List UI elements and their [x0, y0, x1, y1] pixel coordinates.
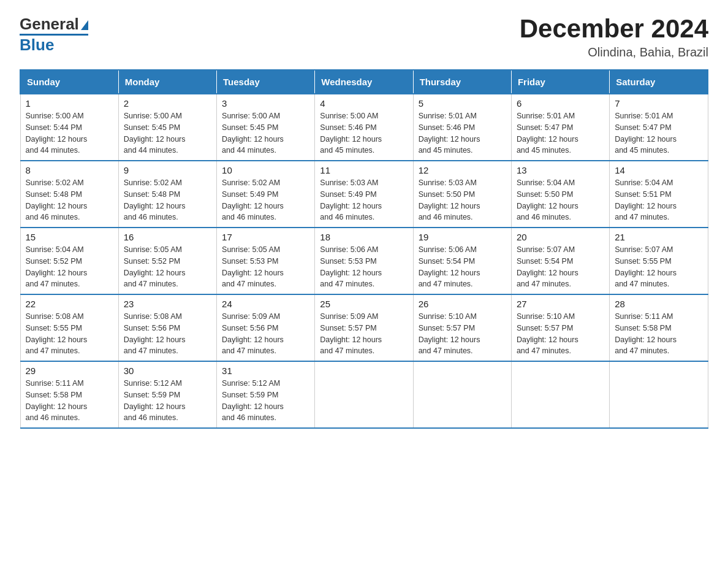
calendar-cell: 21Sunrise: 5:07 AMSunset: 5:55 PMDayligh… — [610, 228, 708, 294]
day-number: 16 — [124, 232, 211, 242]
calendar-cell: 18Sunrise: 5:06 AMSunset: 5:53 PMDayligh… — [315, 228, 413, 294]
calendar-cell: 11Sunrise: 5:03 AMSunset: 5:49 PMDayligh… — [315, 161, 413, 228]
day-number: 29 — [26, 366, 113, 376]
logo-blue-text: Blue — [20, 36, 54, 55]
calendar-cell: 30Sunrise: 5:12 AMSunset: 5:59 PMDayligh… — [118, 361, 216, 428]
day-number: 30 — [124, 366, 211, 376]
page-header: General Blue December 2024 Olindina, Bah… — [20, 15, 708, 59]
day-number: 6 — [517, 98, 604, 109]
day-info: Sunrise: 5:00 AMSunset: 5:44 PMDaylight:… — [26, 110, 113, 156]
day-number: 26 — [419, 299, 506, 309]
day-number: 27 — [517, 299, 604, 309]
calendar-cell: 2Sunrise: 5:00 AMSunset: 5:45 PMDaylight… — [118, 94, 216, 161]
calendar-cell: 29Sunrise: 5:11 AMSunset: 5:58 PMDayligh… — [20, 361, 118, 428]
logo-triangle-icon — [81, 20, 88, 30]
day-info: Sunrise: 5:05 AMSunset: 5:53 PMDaylight:… — [222, 244, 309, 290]
day-number: 3 — [222, 98, 309, 109]
calendar-cell: 17Sunrise: 5:05 AMSunset: 5:53 PMDayligh… — [217, 228, 315, 294]
calendar-cell: 4Sunrise: 5:00 AMSunset: 5:46 PMDaylight… — [315, 94, 413, 161]
calendar-cell: 6Sunrise: 5:01 AMSunset: 5:47 PMDaylight… — [511, 94, 609, 161]
calendar-cell: 31Sunrise: 5:12 AMSunset: 5:59 PMDayligh… — [217, 361, 315, 428]
day-info: Sunrise: 5:10 AMSunset: 5:57 PMDaylight:… — [419, 311, 506, 357]
day-info: Sunrise: 5:04 AMSunset: 5:51 PMDaylight:… — [615, 177, 702, 223]
calendar-cell — [511, 361, 609, 428]
day-number: 28 — [615, 299, 702, 309]
day-number: 7 — [615, 98, 702, 109]
day-number: 24 — [222, 299, 309, 309]
day-number: 2 — [124, 98, 211, 109]
calendar-cell: 1Sunrise: 5:00 AMSunset: 5:44 PMDaylight… — [20, 94, 118, 161]
calendar-day-header: Wednesday — [315, 70, 413, 94]
calendar-cell: 24Sunrise: 5:09 AMSunset: 5:56 PMDayligh… — [217, 294, 315, 361]
day-number: 4 — [320, 98, 408, 109]
day-info: Sunrise: 5:06 AMSunset: 5:54 PMDaylight:… — [419, 244, 506, 290]
day-info: Sunrise: 5:08 AMSunset: 5:55 PMDaylight:… — [26, 311, 113, 357]
calendar-cell: 23Sunrise: 5:08 AMSunset: 5:56 PMDayligh… — [118, 294, 216, 361]
day-info: Sunrise: 5:02 AMSunset: 5:49 PMDaylight:… — [222, 177, 309, 223]
calendar-day-header: Thursday — [413, 70, 511, 94]
calendar-cell: 5Sunrise: 5:01 AMSunset: 5:46 PMDaylight… — [413, 94, 511, 161]
calendar-cell: 22Sunrise: 5:08 AMSunset: 5:55 PMDayligh… — [20, 294, 118, 361]
calendar-day-header: Saturday — [610, 70, 708, 94]
day-info: Sunrise: 5:11 AMSunset: 5:58 PMDaylight:… — [26, 378, 113, 424]
day-info: Sunrise: 5:01 AMSunset: 5:46 PMDaylight:… — [419, 110, 506, 156]
day-info: Sunrise: 5:05 AMSunset: 5:52 PMDaylight:… — [124, 244, 211, 290]
title-block: December 2024 Olindina, Bahia, Brazil — [520, 15, 708, 59]
calendar-day-header: Friday — [511, 70, 609, 94]
calendar-cell — [315, 361, 413, 428]
day-number: 20 — [517, 232, 604, 242]
calendar-cell: 9Sunrise: 5:02 AMSunset: 5:48 PMDaylight… — [118, 161, 216, 228]
day-number: 11 — [320, 165, 408, 175]
day-number: 9 — [124, 165, 211, 175]
logo: General Blue — [20, 15, 88, 55]
day-info: Sunrise: 5:03 AMSunset: 5:49 PMDaylight:… — [320, 177, 408, 223]
day-info: Sunrise: 5:11 AMSunset: 5:58 PMDaylight:… — [615, 311, 702, 357]
calendar-cell: 19Sunrise: 5:06 AMSunset: 5:54 PMDayligh… — [413, 228, 511, 294]
day-info: Sunrise: 5:00 AMSunset: 5:46 PMDaylight:… — [320, 110, 408, 156]
day-info: Sunrise: 5:00 AMSunset: 5:45 PMDaylight:… — [222, 110, 309, 156]
day-info: Sunrise: 5:08 AMSunset: 5:56 PMDaylight:… — [124, 311, 211, 357]
calendar-cell: 14Sunrise: 5:04 AMSunset: 5:51 PMDayligh… — [610, 161, 708, 228]
day-number: 1 — [26, 98, 113, 109]
day-number: 15 — [26, 232, 113, 242]
day-info: Sunrise: 5:04 AMSunset: 5:52 PMDaylight:… — [26, 244, 113, 290]
calendar-cell: 8Sunrise: 5:02 AMSunset: 5:48 PMDaylight… — [20, 161, 118, 228]
day-info: Sunrise: 5:02 AMSunset: 5:48 PMDaylight:… — [124, 177, 211, 223]
day-info: Sunrise: 5:06 AMSunset: 5:53 PMDaylight:… — [320, 244, 408, 290]
calendar-day-header: Sunday — [20, 70, 118, 94]
day-info: Sunrise: 5:07 AMSunset: 5:54 PMDaylight:… — [517, 244, 604, 290]
calendar-cell: 28Sunrise: 5:11 AMSunset: 5:58 PMDayligh… — [610, 294, 708, 361]
calendar-cell: 15Sunrise: 5:04 AMSunset: 5:52 PMDayligh… — [20, 228, 118, 294]
day-number: 23 — [124, 299, 211, 309]
day-number: 17 — [222, 232, 309, 242]
calendar-cell: 12Sunrise: 5:03 AMSunset: 5:50 PMDayligh… — [413, 161, 511, 228]
day-number: 22 — [26, 299, 113, 309]
day-info: Sunrise: 5:12 AMSunset: 5:59 PMDaylight:… — [222, 378, 309, 424]
day-number: 8 — [26, 165, 113, 175]
calendar-day-header: Tuesday — [217, 70, 315, 94]
day-number: 31 — [222, 366, 309, 376]
day-number: 25 — [320, 299, 408, 309]
day-info: Sunrise: 5:07 AMSunset: 5:55 PMDaylight:… — [615, 244, 702, 290]
calendar-cell: 25Sunrise: 5:09 AMSunset: 5:57 PMDayligh… — [315, 294, 413, 361]
calendar-day-header: Monday — [118, 70, 216, 94]
day-info: Sunrise: 5:09 AMSunset: 5:57 PMDaylight:… — [320, 311, 408, 357]
subtitle: Olindina, Bahia, Brazil — [520, 45, 708, 59]
day-info: Sunrise: 5:04 AMSunset: 5:50 PMDaylight:… — [517, 177, 604, 223]
logo-general-text: General — [20, 15, 79, 34]
day-number: 18 — [320, 232, 408, 242]
day-info: Sunrise: 5:02 AMSunset: 5:48 PMDaylight:… — [26, 177, 113, 223]
day-info: Sunrise: 5:10 AMSunset: 5:57 PMDaylight:… — [517, 311, 604, 357]
calendar-cell: 20Sunrise: 5:07 AMSunset: 5:54 PMDayligh… — [511, 228, 609, 294]
day-info: Sunrise: 5:12 AMSunset: 5:59 PMDaylight:… — [124, 378, 211, 424]
day-number: 13 — [517, 165, 604, 175]
calendar-cell — [413, 361, 511, 428]
calendar-table: SundayMondayTuesdayWednesdayThursdayFrid… — [20, 69, 708, 429]
day-info: Sunrise: 5:00 AMSunset: 5:45 PMDaylight:… — [124, 110, 211, 156]
calendar-cell — [610, 361, 708, 428]
day-number: 19 — [419, 232, 506, 242]
calendar-cell: 3Sunrise: 5:00 AMSunset: 5:45 PMDaylight… — [217, 94, 315, 161]
calendar-cell: 13Sunrise: 5:04 AMSunset: 5:50 PMDayligh… — [511, 161, 609, 228]
day-number: 21 — [615, 232, 702, 242]
calendar-cell: 27Sunrise: 5:10 AMSunset: 5:57 PMDayligh… — [511, 294, 609, 361]
